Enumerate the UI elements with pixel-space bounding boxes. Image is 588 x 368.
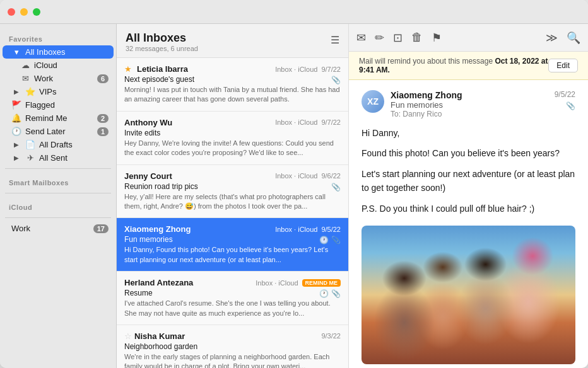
clock-icon: 🕐: [319, 289, 329, 298]
email-list-title: All Inboxes: [126, 32, 198, 45]
envelope-icon: ✉: [20, 74, 30, 83]
email-sender: Xiaomeng Zhong: [124, 224, 191, 234]
email-subject: Fun memories: [124, 235, 173, 244]
email-subject: Resume: [124, 289, 153, 297]
sidebar-item-vips[interactable]: ▶ ⭐ VIPs: [3, 85, 114, 98]
sent-icon: ✈: [25, 153, 35, 163]
sidebar-item-label: VIPs: [39, 87, 109, 96]
flag-toolbar-icon[interactable]: ⚑: [432, 31, 442, 45]
email-date: 9/7/22: [321, 66, 341, 73]
more-icon[interactable]: ≫: [546, 31, 558, 45]
reminder-label: Mail will remind you about this message: [359, 57, 495, 66]
sidebar-item-flagged[interactable]: 🚩 Flagged: [3, 98, 114, 112]
sidebar-divider: [5, 168, 111, 169]
email-sender: Herland Antezana: [124, 278, 193, 287]
email-date: 9/5/22: [321, 226, 341, 233]
sidebar-divider-3: [5, 217, 111, 218]
compose-icon[interactable]: ✏: [375, 31, 384, 45]
email-date: 9/7/22: [321, 118, 341, 126]
sidebar-item-label: Work: [11, 224, 90, 233]
hair-overlay: [362, 226, 575, 364]
body-line-4: P.S. Do you think I could pull off blue …: [362, 202, 575, 216]
remind-me-badge: 2: [97, 114, 109, 123]
filter-icon[interactable]: ☰: [331, 34, 339, 46]
archive-icon[interactable]: ⊡: [393, 31, 403, 45]
clock-icon: 🕐: [11, 127, 21, 136]
body-line-1: Hi Danny,: [362, 126, 575, 140]
detail-email-header: XZ Xiaomeng Zhong Fun memories To: Danny…: [362, 90, 575, 118]
reminder-bar: Mail will remind you about this message …: [349, 52, 588, 80]
mail-window: Favorites ▾ All Inboxes ☁ iCloud ✉ Work …: [0, 0, 588, 368]
detail-content: XZ Xiaomeng Zhong Fun memories To: Danny…: [349, 80, 588, 368]
email-item-nisha[interactable]: ☆ Nisha Kumar 9/3/22 Neighborhood garden…: [117, 325, 348, 368]
chevron-right-icon: ▶: [11, 141, 21, 148]
email-date: 9/3/22: [321, 332, 341, 340]
email-item-anthony[interactable]: Anthony Wu Inbox · iCloud 9/7/22 Invite …: [117, 112, 348, 165]
sidebar-item-all-inboxes[interactable]: ▾ All Inboxes: [3, 45, 114, 59]
clock-icon: 🕐: [319, 236, 329, 244]
attachment-icon: 📎: [331, 183, 341, 192]
detail-attachment-icon: 📎: [566, 101, 575, 110]
email-sender: Leticia Ibarra: [137, 64, 188, 74]
email-subject: Next episode's guest: [124, 75, 194, 84]
sidebar-item-work[interactable]: ✉ Work 6: [3, 72, 114, 85]
sidebar-item-all-sent[interactable]: ▶ ✈ All Sent: [3, 151, 114, 164]
smart-mailboxes-label: Smart Mailboxes: [0, 173, 116, 189]
sidebar-item-label: Work: [34, 74, 93, 83]
email-item-herland[interactable]: Herland Antezana Inbox · iCloud REMIND M…: [117, 272, 348, 325]
email-item-xiaomeng[interactable]: Xiaomeng Zhong Inbox · iCloud 9/5/22 Fun…: [117, 218, 348, 272]
sidebar-item-label: iCloud: [34, 60, 109, 70]
reply-icon[interactable]: ✉: [356, 31, 366, 45]
star-icon: ★: [124, 64, 132, 74]
email-sender: Jenny Court: [124, 171, 172, 181]
email-preview: We're in the early stages of planning a …: [124, 352, 341, 368]
trash-icon[interactable]: 🗑: [411, 31, 423, 44]
email-subject: Invite edits: [124, 129, 160, 137]
email-preview: Hi Danny, Found this photo! Can you beli…: [124, 245, 341, 265]
detail-sender-name: Xiaomeng Zhong: [391, 90, 548, 100]
email-meta: Inbox · iCloud: [275, 118, 317, 126]
sidebar-item-all-drafts[interactable]: ▶ 📄 All Drafts: [3, 138, 114, 151]
email-subject: Neighborhood garden: [124, 342, 197, 351]
sidebar-item-label: All Drafts: [39, 140, 109, 149]
email-meta: Inbox · iCloud: [256, 279, 298, 287]
favorites-label: Favorites: [0, 29, 116, 45]
work-section-badge: 17: [93, 224, 109, 233]
chevron-right-icon: ▶: [11, 154, 21, 161]
sidebar-item-label: Flagged: [25, 100, 109, 110]
edit-reminder-button[interactable]: Edit: [548, 59, 578, 72]
sender-avatar: XZ: [362, 90, 384, 113]
detail-body: Hi Danny, Found this photo! Can you beli…: [362, 126, 575, 216]
minimize-button[interactable]: [20, 8, 28, 16]
attachment-icon: 📎: [331, 289, 341, 298]
remind-me-badge: REMIND ME: [302, 279, 341, 287]
body-line-3: Let's start planning our next adventure …: [362, 167, 575, 195]
main-content: Favorites ▾ All Inboxes ☁ iCloud ✉ Work …: [0, 24, 588, 368]
flag-icon: 🚩: [11, 100, 21, 110]
email-items: ★ Leticia Ibarra Inbox · iCloud 9/7/22 N…: [117, 58, 348, 368]
email-preview: Hey Danny, We're loving the invite! A fe…: [124, 139, 341, 158]
sidebar-item-work-section[interactable]: Work 17: [3, 222, 114, 235]
detail-to: To: Danny Rico: [391, 110, 548, 118]
sidebar-item-remind-me[interactable]: 🔔 Remind Me 2: [3, 112, 114, 125]
sidebar-item-label: All Inboxes: [25, 47, 109, 57]
detail-toolbar: ✉ ✏ ⊡ 🗑 ⚑ ≫ 🔍: [349, 24, 588, 52]
maximize-button[interactable]: [33, 8, 40, 16]
send-later-badge: 1: [97, 127, 109, 136]
sidebar-item-send-later[interactable]: 🕐 Send Later 1: [3, 125, 114, 138]
email-meta: Inbox · iCloud: [275, 66, 317, 73]
body-line-2: Found this photo! Can you believe it's b…: [362, 146, 575, 160]
close-button[interactable]: [8, 8, 15, 16]
email-preview: Morning! I was put in touch with Tania b…: [124, 85, 341, 105]
sidebar-item-label: Remind Me: [25, 113, 93, 123]
attachment-icon: 📎: [331, 76, 341, 84]
email-item-jenny[interactable]: Jenny Court Inbox · iCloud 9/6/22 Reunio…: [117, 165, 348, 219]
draft-icon: 📄: [25, 140, 35, 149]
detail-date: 9/5/22: [555, 90, 575, 99]
work-badge: 6: [97, 74, 109, 83]
email-list: All Inboxes 32 messages, 6 unread ☰ ★ Le…: [117, 24, 349, 368]
email-meta: Inbox · iCloud: [275, 226, 317, 233]
email-item-leticia[interactable]: ★ Leticia Ibarra Inbox · iCloud 9/7/22 N…: [117, 58, 348, 112]
search-icon[interactable]: 🔍: [567, 31, 580, 45]
sidebar-item-icloud[interactable]: ☁ iCloud: [3, 59, 114, 72]
